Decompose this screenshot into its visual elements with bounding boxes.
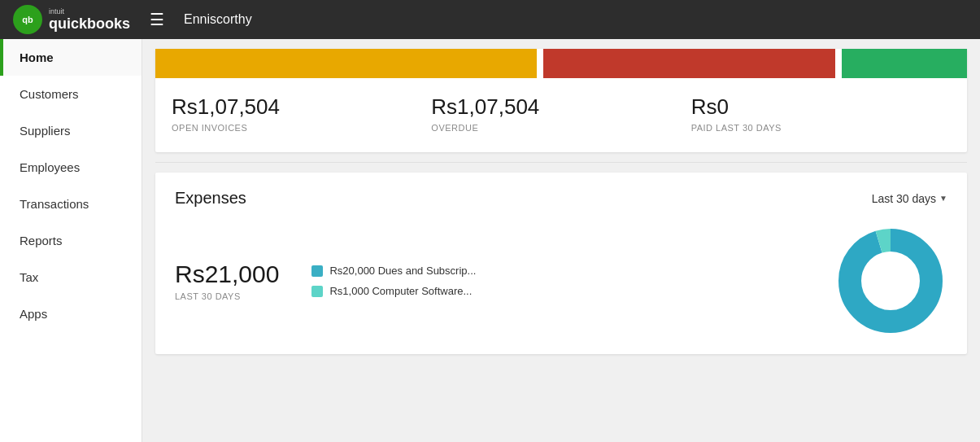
stat-overdue: Rs1,07,504 OVERDUE — [431, 94, 690, 133]
bar-paid — [842, 49, 967, 78]
section-divider — [155, 162, 967, 163]
quickbooks-logo: qb — [13, 5, 42, 34]
sidebar-item-home[interactable]: Home — [0, 39, 142, 76]
bar-overdue — [543, 49, 835, 78]
paid-amount: Rs0 — [691, 94, 951, 120]
expenses-title: Expenses — [175, 189, 246, 208]
svg-text:qb: qb — [22, 15, 33, 24]
dropdown-arrow-icon: ▼ — [939, 194, 947, 203]
legend-item-dues: Rs20,000 Dues and Subscrip... — [311, 265, 801, 277]
period-label: Last 30 days — [872, 192, 936, 205]
overdue-amount: Rs1,07,504 — [431, 94, 690, 120]
sidebar-item-reports[interactable]: Reports — [0, 222, 142, 259]
sidebar-item-employees[interactable]: Employees — [0, 149, 142, 186]
legend-dot-software — [311, 286, 323, 297]
paid-label: PAID LAST 30 DAYS — [691, 123, 951, 133]
expenses-sub-label: LAST 30 DAYS — [175, 291, 279, 301]
bar-separator-2 — [835, 49, 842, 78]
sidebar-item-apps[interactable]: Apps — [0, 295, 142, 332]
sidebar-item-tax[interactable]: Tax — [0, 259, 142, 295]
open-invoices-amount: Rs1,07,504 — [172, 94, 431, 120]
expenses-legend: Rs20,000 Dues and Subscrip... Rs1,000 Co… — [311, 265, 801, 297]
expenses-amount-block: Rs21,000 LAST 30 DAYS — [175, 260, 279, 301]
top-navigation: qb intuit quickbooks ☰ Enniscorthy — [0, 0, 980, 39]
hamburger-menu[interactable]: ☰ — [150, 10, 164, 29]
logo-area: qb intuit quickbooks — [13, 5, 130, 34]
sidebar-item-transactions[interactable]: Transactions — [0, 186, 142, 222]
expenses-donut-chart — [834, 224, 947, 338]
main-content: Rs1,07,504 OPEN INVOICES Rs1,07,504 OVER… — [142, 39, 980, 442]
brand-name: intuit quickbooks — [49, 7, 130, 33]
intuit-label: intuit — [49, 7, 130, 15]
sidebar-item-suppliers[interactable]: Suppliers — [0, 112, 142, 149]
invoice-card: Rs1,07,504 OPEN INVOICES Rs1,07,504 OVER… — [155, 49, 967, 152]
sidebar: Home Customers Suppliers Employees Trans… — [0, 39, 142, 442]
expenses-amount: Rs21,000 — [175, 260, 279, 288]
legend-label-software: Rs1,000 Computer Software... — [329, 285, 472, 297]
bar-open-invoices — [155, 49, 537, 78]
overdue-label: OVERDUE — [431, 123, 690, 133]
open-invoices-label: OPEN INVOICES — [172, 123, 431, 133]
expenses-card: Expenses Last 30 days ▼ Rs21,000 LAST 30… — [155, 173, 967, 354]
invoice-bar-chart — [155, 49, 967, 78]
sidebar-item-customers[interactable]: Customers — [0, 76, 142, 112]
main-layout: Home Customers Suppliers Employees Trans… — [0, 39, 980, 442]
stat-open-invoices: Rs1,07,504 OPEN INVOICES — [172, 94, 431, 133]
stat-paid: Rs0 PAID LAST 30 DAYS — [691, 94, 951, 133]
period-selector[interactable]: Last 30 days ▼ — [872, 192, 947, 205]
expenses-header: Expenses Last 30 days ▼ — [175, 189, 947, 208]
expenses-body: Rs21,000 LAST 30 DAYS Rs20,000 Dues and … — [175, 224, 947, 338]
company-name: Enniscorthy — [184, 12, 252, 27]
invoice-stats: Rs1,07,504 OPEN INVOICES Rs1,07,504 OVER… — [155, 78, 967, 152]
legend-label-dues: Rs20,000 Dues and Subscrip... — [329, 265, 476, 277]
legend-item-software: Rs1,000 Computer Software... — [311, 285, 801, 297]
legend-dot-dues — [311, 265, 323, 277]
bar-separator-1 — [537, 49, 543, 78]
donut-hole — [863, 253, 918, 309]
quickbooks-label: quickbooks — [49, 15, 130, 33]
